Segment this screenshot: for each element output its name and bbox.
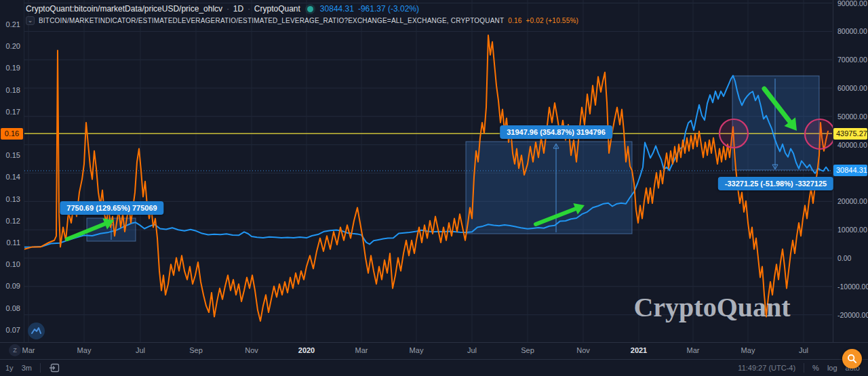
separator-dot: ·: [248, 5, 250, 13]
right-axis-tick: 50000.00: [837, 112, 867, 121]
z-badge[interactable]: Z: [9, 344, 21, 356]
leverage-last-badge: 0.16: [1, 128, 23, 140]
chart-window: CryptoQuant:bitcoin/marketData/priceUSD/…: [0, 0, 868, 376]
left-axis-tick: 0.20: [6, 41, 20, 51]
time-scale[interactable]: MarMayJulSepNov2020MarMayJulSepNov2021Ma…: [0, 342, 868, 359]
chevron-down-icon[interactable]: ⌄: [26, 16, 35, 25]
left-axis-tick: 0.18: [6, 85, 20, 95]
price-change-value: -961.37 (-3.02%): [358, 4, 419, 14]
right-axis-tick: 80000.00: [837, 26, 867, 36]
time-axis-tick: 2020: [298, 346, 315, 354]
clock-display[interactable]: 11:49:27 (UTC-4): [738, 364, 795, 372]
left-axis-tick: 0.10: [6, 259, 20, 269]
provider-label: CryptoQuant: [254, 4, 300, 14]
green-arrow-drawings[interactable]: [67, 89, 797, 239]
price-last-badge: 30844.31: [833, 165, 867, 176]
toolbar-divider: [804, 363, 804, 373]
time-axis-tick: Jul: [799, 346, 808, 354]
price-line-series[interactable]: [24, 76, 829, 247]
left-axis-tick: 0.11: [6, 238, 20, 247]
right-axis-tick: -10000.00: [837, 282, 868, 291]
left-axis-tick: 0.21: [6, 20, 20, 29]
right-axis-tick: 0.00: [837, 253, 851, 263]
left-axis-tick: 0.13: [6, 194, 20, 204]
measure-label: -33271.25 (-51.98%) -3327125: [718, 177, 833, 190]
separator-dot: ·: [226, 5, 229, 13]
leverage-series-title[interactable]: BITCOIN/MARKETINDICATOR/ESTIMATEDLEVERAG…: [39, 17, 504, 24]
series-status-icon: [307, 6, 313, 12]
right-axis-tick: 40000.00: [837, 140, 867, 150]
left-axis-tick: 0.19: [6, 63, 20, 72]
right-axis-tick: -20000.00: [837, 310, 868, 320]
right-axis-tick: 60000.00: [837, 83, 867, 93]
right-axis-tick: 70000.00: [837, 55, 867, 64]
time-axis-tick: May: [741, 346, 755, 354]
time-axis-tick: Nov: [245, 346, 258, 354]
measure-label: 7750.69 (129.65%) 775069: [60, 201, 163, 215]
time-axis-tick: Jul: [467, 346, 477, 354]
time-axis-tick: Nov: [576, 346, 590, 354]
right-axis-tick: 20000.00: [837, 196, 867, 206]
cryptoquant-watermark: CryptoQuant: [631, 291, 793, 323]
cryptoquant-logo-icon: [28, 322, 45, 339]
left-axis-tick: 0.17: [6, 107, 20, 117]
time-axis-tick: Mar: [355, 346, 368, 354]
legend: CryptoQuant:bitcoin/marketData/priceUSD/…: [26, 4, 578, 25]
left-axis-tick: 0.12: [6, 216, 20, 226]
time-axis-tick: Jul: [136, 346, 145, 354]
left-axis-tick: 0.07: [6, 325, 20, 335]
legend-row-price-series[interactable]: CryptoQuant:bitcoin/marketData/priceUSD/…: [26, 4, 578, 14]
left-axis-tick: 0.09: [6, 281, 20, 291]
left-axis-tick: 0.14: [6, 172, 20, 182]
magnifier-icon: [847, 354, 857, 364]
time-axis-tick: Mar: [22, 346, 35, 354]
symbol-title[interactable]: CryptoQuant:bitcoin/marketData/priceUSD/…: [26, 4, 222, 14]
time-axis-tick: Sep: [189, 346, 203, 354]
time-axis-tick: May: [410, 346, 424, 354]
range-button-1y[interactable]: 1y: [5, 364, 14, 372]
log-scale-button[interactable]: log: [827, 364, 837, 372]
right-axis-tick: 90000.00: [837, 0, 867, 8]
left-axis-tick: 0.15: [6, 150, 20, 160]
leverage-last-value: 0.16: [508, 17, 521, 24]
leverage-line-series[interactable]: [24, 35, 828, 321]
time-axis-tick: 2021: [631, 346, 647, 354]
interval-label[interactable]: 1D: [233, 4, 243, 14]
measure-boxes[interactable]: [87, 76, 819, 241]
leverage-change-value: +0.02 (+10.55%): [526, 17, 579, 24]
percent-scale-button[interactable]: %: [812, 364, 819, 372]
bottom-toolbar: 1y 3m 11:49:27 (UTC-4) % log auto: [0, 359, 868, 376]
time-axis-tick: Sep: [521, 346, 534, 354]
legend-row-leverage-series[interactable]: ⌄ BITCOIN/MARKETINDICATOR/ESTIMATEDLEVER…: [26, 16, 578, 25]
right-axis-tick: 10000.00: [837, 225, 867, 234]
price-last-value: 30844.31: [320, 4, 354, 14]
time-axis-tick: Mar: [687, 346, 700, 354]
search-button[interactable]: [842, 349, 862, 369]
left-axis-tick: 0.08: [6, 304, 20, 313]
left-price-scale[interactable]: 0.210.200.190.180.170.150.140.130.120.11…: [0, 0, 24, 342]
toolbar-divider: [40, 363, 41, 373]
alert-level-badge: 43975.27: [833, 128, 867, 140]
go-to-date-icon[interactable]: [49, 363, 60, 373]
measure-label: 31947.96 (354.87%) 3194796: [500, 125, 612, 139]
time-axis-tick: May: [77, 346, 92, 354]
range-button-3m[interactable]: 3m: [22, 364, 32, 372]
